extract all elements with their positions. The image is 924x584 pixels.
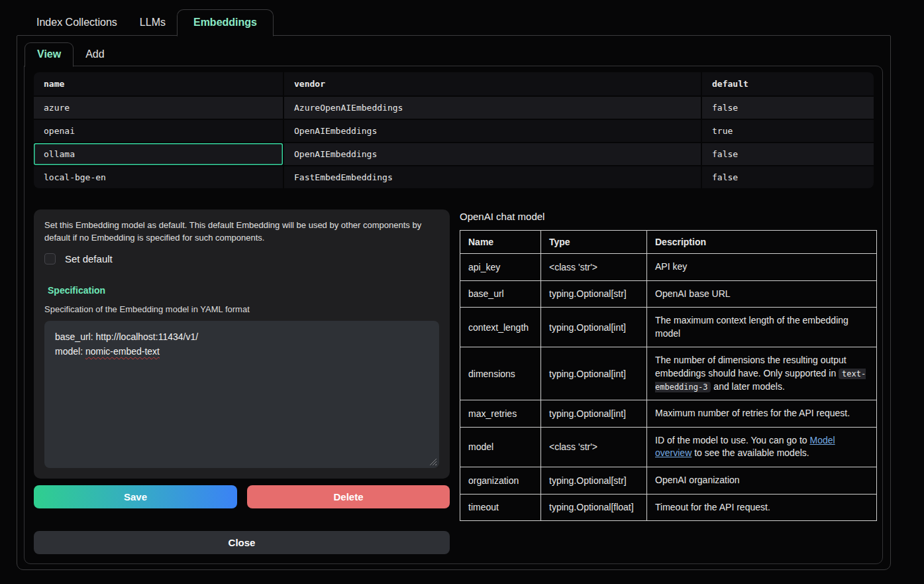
- save-button[interactable]: Save: [34, 485, 237, 508]
- table-cell-name-azure[interactable]: azure: [34, 97, 283, 119]
- schema-row-dimensions: dimensions typing.Optional[int] The numb…: [460, 347, 877, 400]
- specification-hint: Specification of the Embedding model in …: [44, 304, 439, 314]
- table-cell-vendor-azure[interactable]: AzureOpenAIEmbeddings: [284, 97, 701, 119]
- tab-view[interactable]: View: [25, 42, 74, 67]
- column-header-vendor: vendor: [284, 72, 701, 95]
- schema-row-base-url: base_url typing.Optional[str] OpenAI bas…: [460, 280, 877, 308]
- set-default-row[interactable]: Set default: [44, 253, 439, 264]
- embeddings-tab-panel: View Add name vendor default azure Azure…: [17, 35, 891, 570]
- yaml-line-base-url: base_url: http://localhost:11434/v1/: [55, 329, 429, 345]
- top-tab-bar: Index Collections LLMs Embeddings: [17, 9, 891, 36]
- table-cell-default-openai[interactable]: true: [702, 120, 874, 142]
- table-cell-default-azure[interactable]: false: [702, 97, 874, 119]
- schema-panel-title: OpenAI chat model: [460, 211, 877, 222]
- yaml-model-value: nomic-embed-text: [85, 346, 160, 357]
- schema-row-organization: organization typing.Optional[str] OpenAI…: [460, 467, 877, 494]
- tab-index-collections[interactable]: Index Collections: [25, 10, 128, 36]
- sub-tab-bar: View Add: [24, 42, 883, 66]
- table-cell-name-ollama-selected[interactable]: ollama: [34, 143, 283, 165]
- table-cell-default-local-bge-en[interactable]: false: [702, 166, 874, 188]
- table-cell-vendor-openai[interactable]: OpenAIEmbeddings: [284, 120, 701, 142]
- tab-embeddings[interactable]: Embeddings: [177, 9, 274, 36]
- schema-row-max-retries: max_retries typing.Optional[int] Maximum…: [460, 400, 877, 428]
- schema-header-description: Description: [647, 231, 877, 254]
- tab-add[interactable]: Add: [74, 43, 116, 66]
- resize-handle[interactable]: [429, 458, 436, 465]
- schema-header-type: Type: [541, 231, 647, 254]
- schema-column: OpenAI chat model Name Type Description …: [460, 209, 877, 554]
- schema-row-model: model <class 'str'> ID of the model to u…: [460, 427, 877, 467]
- yaml-line-model: model: nomic-embed-text: [55, 344, 429, 359]
- column-header-default: default: [702, 72, 874, 95]
- delete-button[interactable]: Delete: [247, 485, 450, 508]
- table-cell-default-ollama[interactable]: false: [702, 143, 874, 165]
- specification-heading: Specification: [48, 285, 439, 296]
- detail-column: Set this Embedding model as default. Thi…: [34, 209, 450, 554]
- column-header-name: name: [34, 72, 283, 95]
- view-tab-panel: name vendor default azure AzureOpenAIEmb…: [24, 66, 883, 564]
- schema-row-context-length: context_length typing.Optional[int] The …: [460, 308, 877, 347]
- default-hint-text: Set this Embedding model as default. Thi…: [44, 219, 439, 245]
- schema-header-name: Name: [460, 231, 541, 254]
- table-cell-vendor-local-bge-en[interactable]: FastEmbedEmbeddings: [284, 166, 701, 188]
- embeddings-table: name vendor default azure AzureOpenAIEmb…: [34, 72, 874, 188]
- tab-llms[interactable]: LLMs: [128, 10, 177, 36]
- yaml-spec-textarea[interactable]: base_url: http://localhost:11434/v1/ mod…: [44, 321, 439, 468]
- schema-row-api-key: api_key <class 'str'> API key: [460, 254, 877, 281]
- table-cell-name-openai[interactable]: openai: [34, 120, 283, 142]
- page: Index Collections LLMs Embeddings View A…: [0, 0, 891, 570]
- schema-row-timeout: timeout typing.Optional[float] Timeout f…: [460, 494, 877, 521]
- schema-table: Name Type Description api_key <class 'st…: [460, 230, 877, 521]
- set-default-label: Set default: [65, 253, 113, 264]
- set-default-checkbox[interactable]: [44, 253, 56, 264]
- table-cell-vendor-ollama[interactable]: OpenAIEmbeddings: [284, 143, 701, 165]
- detail-panel: Set this Embedding model as default. Thi…: [34, 209, 450, 479]
- table-cell-name-local-bge-en[interactable]: local-bge-en: [34, 166, 283, 188]
- close-button[interactable]: Close: [34, 531, 450, 554]
